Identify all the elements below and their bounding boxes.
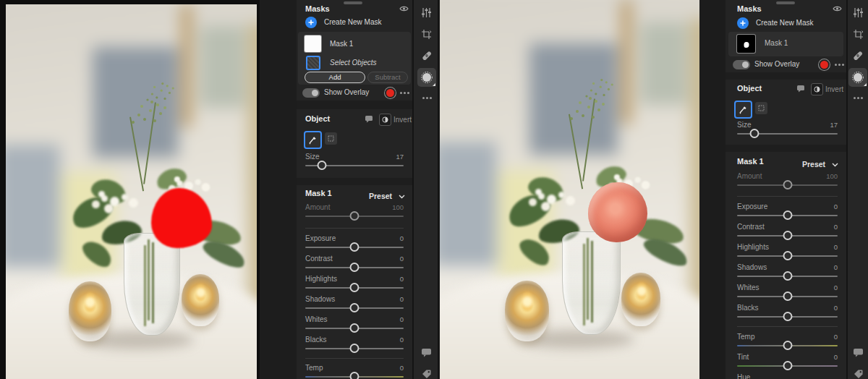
exposure-slider[interactable]: Exposure 0 (305, 234, 404, 252)
screenshot-right: Masks Create New Mask Mask 1 Show Overla… (439, 0, 868, 379)
candle-votive-left (505, 281, 549, 341)
highlights-slider[interactable]: Highlights 0 (305, 275, 404, 292)
mask-item-card[interactable]: Mask 1 Select Objects Add Subtract (298, 32, 411, 85)
crop-rotate-icon[interactable] (851, 27, 864, 41)
keywords-tag-icon[interactable] (851, 367, 864, 379)
screenshot-left: Masks Create New Mask Mask 1 Select Obje… (0, 0, 439, 379)
photo-canvas-left[interactable] (6, 4, 257, 379)
contrast-slider[interactable]: Contrast 0 (305, 255, 404, 272)
keywords-tag-icon[interactable] (420, 367, 433, 379)
size-value: 17 (830, 121, 838, 129)
size-label: Size (737, 121, 751, 129)
comment-icon[interactable] (796, 85, 805, 93)
create-new-mask-label: Create New Mask (756, 19, 813, 27)
temp-slider[interactable]: Temp 0 (305, 364, 404, 379)
amount-slider[interactable]: Amount 100 (737, 172, 838, 190)
blacks-slider[interactable]: Blacks 0 (737, 304, 838, 321)
show-overlay-toggle[interactable] (302, 88, 320, 98)
healing-icon[interactable] (420, 49, 433, 62)
overlay-options-icon[interactable] (400, 92, 402, 94)
masking-tool-active[interactable] (848, 68, 867, 87)
object-section-title: Object (305, 114, 330, 123)
glass-vase (124, 233, 180, 336)
add-button[interactable]: Add (305, 72, 365, 83)
more-tools-icon[interactable] (420, 91, 433, 104)
candle-votive-right (621, 273, 660, 325)
edit-sliders-icon[interactable] (851, 6, 864, 19)
size-slider[interactable]: Size 17 (737, 121, 838, 138)
candle-votive-right (182, 274, 219, 327)
masks-panel-title: Masks (737, 4, 762, 13)
mask-thumbnail[interactable] (305, 35, 321, 52)
photo-canvas-right[interactable] (440, 0, 699, 379)
panel-eye-icon[interactable] (399, 5, 409, 12)
subtract-button[interactable]: Subtract (367, 72, 408, 83)
amount-value: 100 (392, 203, 404, 211)
add-button-label: Add (329, 73, 341, 81)
amount-value: 100 (826, 172, 838, 180)
shadows-slider[interactable]: Shadows 0 (305, 295, 404, 312)
masking-tool-active[interactable] (417, 68, 436, 87)
size-slider-thumb[interactable] (318, 161, 327, 170)
masks-panel-left: Masks Create New Mask Mask 1 Select Obje… (297, 0, 412, 379)
hue-slider[interactable]: Hue (737, 373, 838, 379)
preset-dropdown[interactable]: Preset (802, 157, 838, 170)
overlay-color-swatch[interactable] (820, 61, 828, 69)
preset-dropdown[interactable]: Preset (369, 189, 405, 202)
show-overlay-toggle[interactable] (733, 60, 750, 69)
highlights-slider[interactable]: Highlights 0 (737, 243, 838, 260)
comment-icon[interactable] (365, 115, 373, 123)
contrast-slider[interactable]: Contrast 0 (737, 223, 838, 240)
mask-name-label: Mask 1 (330, 40, 353, 48)
masks-panel-right: Masks Create New Mask Mask 1 Show Overla… (726, 0, 846, 379)
exposure-slider[interactable]: Exposure 0 (737, 203, 838, 220)
edit-sliders-icon[interactable] (420, 6, 433, 19)
blacks-slider[interactable]: Blacks 0 (305, 336, 404, 353)
rectangle-select-tool[interactable] (325, 132, 337, 145)
brush-select-tool[interactable] (734, 101, 752, 119)
mask-thumbnail[interactable] (737, 35, 755, 53)
overlay-color-swatch[interactable] (386, 89, 394, 97)
show-overlay-label: Show Overlay (754, 60, 799, 68)
mask-settings-title: Mask 1 (737, 157, 764, 166)
comments-icon[interactable] (851, 346, 864, 359)
whites-slider[interactable]: Whites 0 (305, 315, 404, 333)
size-slider-thumb[interactable] (749, 129, 759, 138)
plus-icon (737, 17, 749, 29)
size-slider[interactable]: Size 17 (305, 153, 404, 170)
select-objects-thumbnail[interactable] (306, 56, 320, 70)
invert-icon[interactable] (811, 83, 823, 95)
temp-slider[interactable]: Temp 0 (737, 333, 838, 350)
more-tools-icon[interactable] (851, 91, 864, 104)
size-label: Size (305, 153, 319, 161)
create-new-mask-button[interactable]: Create New Mask (305, 17, 407, 30)
overlay-options-icon[interactable] (835, 64, 837, 66)
comments-icon[interactable] (420, 346, 433, 359)
brush-select-tool[interactable] (304, 131, 322, 149)
tool-strip-left (414, 0, 439, 379)
mask-item-card[interactable]: Mask 1 (728, 32, 843, 56)
tool-strip-right (848, 0, 868, 379)
tint-slider[interactable]: Tint 0 (737, 353, 838, 370)
amount-slider[interactable]: Amount 100 (305, 203, 404, 221)
healing-icon[interactable] (851, 49, 864, 62)
shadows-slider[interactable]: Shadows 0 (737, 263, 838, 281)
masking-icon (851, 71, 864, 84)
invert-label: Invert (825, 85, 843, 93)
rectangle-select-tool[interactable] (755, 102, 767, 114)
crop-rotate-icon[interactable] (420, 27, 433, 41)
chevron-down-icon (399, 195, 405, 199)
show-overlay-label: Show Overlay (324, 88, 369, 96)
panel-drag-handle[interactable] (344, 1, 362, 4)
create-new-mask-button[interactable]: Create New Mask (737, 17, 842, 30)
masking-icon (420, 71, 433, 84)
size-value: 17 (396, 153, 404, 161)
whites-slider[interactable]: Whites 0 (737, 284, 838, 301)
plus-icon (305, 17, 317, 28)
panel-drag-handle[interactable] (776, 1, 795, 4)
panel-eye-icon[interactable] (833, 5, 842, 12)
coral-rose (588, 182, 648, 243)
create-new-mask-label: Create New Mask (324, 18, 381, 26)
glass-vase (562, 231, 621, 335)
invert-icon[interactable] (379, 114, 391, 126)
